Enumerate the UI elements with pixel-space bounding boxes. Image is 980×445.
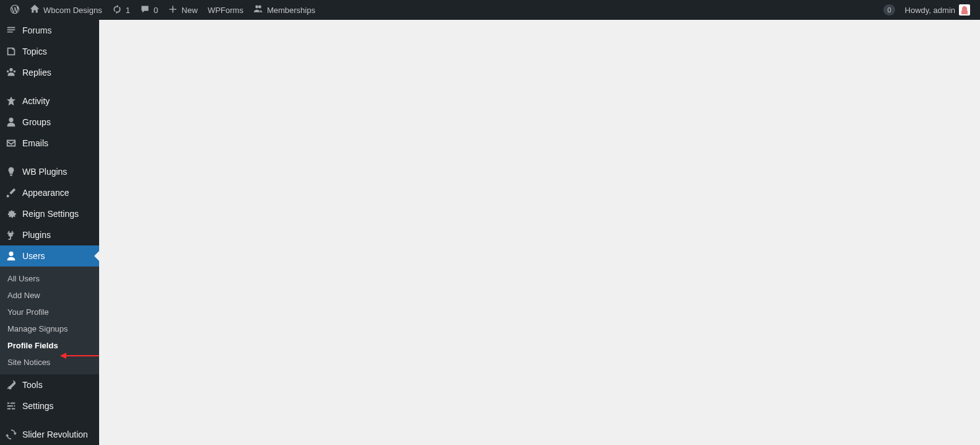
menu-separator	[0, 154, 99, 161]
sidebar-item-label: Groups	[22, 117, 51, 127]
comments-count: 0	[154, 6, 158, 15]
refresh-icon	[5, 428, 17, 441]
sidebar-item-label: Reign Settings	[22, 209, 79, 219]
sidebar-item-label: Appearance	[22, 188, 69, 198]
activity-icon	[5, 95, 17, 107]
sidebar-item-tools[interactable]: Tools	[0, 374, 99, 395]
main-layout: Forums Topics Replies Activity Groups Em…	[0, 20, 980, 445]
site-name-label: Wbcom Designs	[43, 6, 102, 15]
home-icon	[30, 4, 40, 16]
sidebar-item-plugins[interactable]: Plugins	[0, 224, 99, 245]
sub-label: Manage Signups	[7, 324, 68, 333]
topics-icon	[5, 45, 17, 58]
notifications-link[interactable]: 0	[878, 0, 899, 20]
users-submenu: All Users Add New Your Profile Manage Si…	[0, 267, 99, 374]
wrench-icon	[5, 379, 17, 391]
sidebar-item-label: Plugins	[22, 230, 51, 240]
sub-label: Site Notices	[7, 358, 50, 367]
content-area	[99, 20, 980, 445]
plug-icon	[5, 229, 17, 241]
sidebar-item-label: Users	[22, 251, 45, 261]
sub-item-all-users[interactable]: All Users	[0, 270, 99, 287]
sidebar-item-label: Tools	[22, 380, 43, 390]
comments-link[interactable]: 0	[135, 0, 163, 20]
updates-count: 1	[126, 6, 130, 15]
sidebar-item-reign-settings[interactable]: Reign Settings	[0, 203, 99, 224]
sub-label: Your Profile	[7, 307, 49, 317]
account-link[interactable]: Howdy, admin	[900, 0, 975, 20]
sidebar-item-wb-plugins[interactable]: WB Plugins	[0, 161, 99, 182]
admin-sidebar: Forums Topics Replies Activity Groups Em…	[0, 20, 99, 445]
gear-icon	[5, 208, 17, 220]
menu-separator	[0, 416, 99, 424]
sliders-icon	[5, 400, 17, 412]
sidebar-item-forums[interactable]: Forums	[0, 20, 99, 41]
sub-item-site-notices[interactable]: Site Notices	[0, 354, 99, 371]
brush-icon	[5, 187, 17, 199]
sidebar-item-label: Forums	[22, 25, 51, 35]
new-label: New	[182, 6, 198, 15]
site-home-link[interactable]: Wbcom Designs	[25, 0, 107, 20]
groups-icon	[5, 116, 17, 128]
wordpress-icon	[10, 4, 20, 16]
new-content-link[interactable]: New	[163, 0, 203, 20]
sub-item-your-profile[interactable]: Your Profile	[0, 304, 99, 320]
sidebar-item-activity[interactable]: Activity	[0, 90, 99, 112]
sidebar-item-groups[interactable]: Groups	[0, 112, 99, 133]
sub-label: Profile Fields	[7, 341, 58, 350]
user-icon	[5, 250, 17, 262]
sub-label: Add New	[7, 291, 40, 300]
refresh-icon	[112, 4, 122, 16]
sub-item-add-new[interactable]: Add New	[0, 287, 99, 304]
wp-logo[interactable]	[5, 0, 25, 20]
sidebar-item-label: Replies	[22, 68, 51, 77]
greeting-label: Howdy, admin	[905, 6, 955, 15]
sidebar-item-appearance[interactable]: Appearance	[0, 182, 99, 203]
replies-icon	[5, 66, 17, 79]
sidebar-item-label: Emails	[22, 138, 48, 148]
notifications-badge: 0	[883, 4, 895, 15]
sidebar-item-label: Settings	[22, 401, 54, 411]
comment-icon	[140, 4, 150, 16]
sidebar-item-slider-revolution[interactable]: Slider Revolution	[0, 424, 99, 445]
sub-item-manage-signups[interactable]: Manage Signups	[0, 320, 99, 337]
wpforms-link[interactable]: WPForms	[203, 0, 248, 20]
bulb-icon	[5, 165, 17, 178]
sidebar-item-label: Activity	[22, 96, 50, 106]
updates-link[interactable]: 1	[107, 0, 135, 20]
emails-icon	[5, 137, 17, 149]
wpforms-label: WPForms	[208, 6, 243, 15]
avatar	[959, 4, 970, 15]
sidebar-item-label: Topics	[22, 46, 47, 56]
sidebar-item-emails[interactable]: Emails	[0, 133, 99, 154]
wp-admin-bar: Wbcom Designs 1 0 New WPForms Membership…	[0, 0, 980, 20]
sidebar-item-label: WB Plugins	[22, 167, 67, 177]
memberships-label: Memberships	[267, 6, 315, 15]
plus-icon	[168, 4, 178, 16]
menu-separator	[0, 83, 99, 90]
sidebar-item-topics[interactable]: Topics	[0, 41, 99, 62]
groups-icon	[253, 4, 263, 16]
sub-label: All Users	[7, 274, 40, 283]
sidebar-item-users[interactable]: Users	[0, 245, 99, 267]
forums-icon	[5, 24, 17, 37]
memberships-link[interactable]: Memberships	[248, 0, 320, 20]
sidebar-item-replies[interactable]: Replies	[0, 62, 99, 83]
sidebar-item-settings[interactable]: Settings	[0, 395, 99, 416]
sidebar-item-label: Slider Revolution	[22, 430, 88, 439]
sub-item-profile-fields[interactable]: Profile Fields	[0, 337, 99, 354]
